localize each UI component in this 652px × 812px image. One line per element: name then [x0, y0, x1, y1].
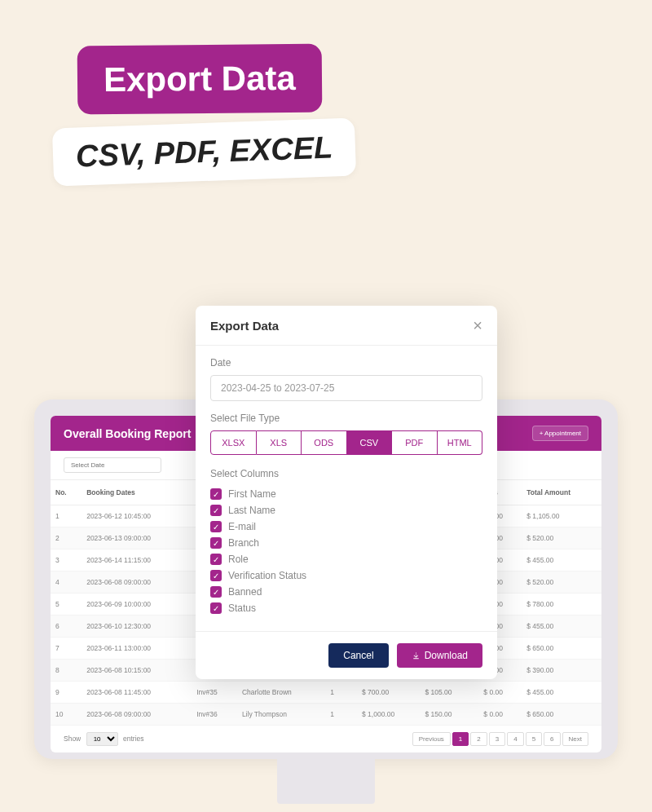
table-cell: 2023-06-10 12:30:00 [82, 616, 192, 638]
table-cell: $ 1,000.00 [357, 704, 420, 726]
hero-title-banner: Export Data [77, 44, 322, 115]
table-cell: 7 [51, 638, 82, 660]
filetype-label: Select File Type [210, 413, 482, 424]
checkbox-checked-icon[interactable]: ✓ [210, 488, 222, 500]
columns-label: Select Columns [210, 468, 482, 479]
prev-button[interactable]: Previous [412, 732, 451, 746]
add-appointment-button[interactable]: + Appointment [532, 426, 588, 441]
modal-header: Export Data × [196, 306, 497, 346]
table-header[interactable]: Total Amount [522, 480, 601, 505]
column-item[interactable]: ✓Verification Status [210, 567, 482, 584]
column-label: Role [228, 554, 249, 565]
columns-list: ✓First Name✓Last Name✓E-mail✓Branch✓Role… [210, 486, 482, 616]
table-cell: 2023-06-14 11:15:00 [82, 549, 192, 571]
table-cell: 1 [325, 704, 357, 726]
table-cell: $ 105.00 [420, 682, 478, 704]
column-label: Branch [228, 537, 259, 549]
modal-title: Export Data [210, 319, 279, 333]
checkbox-checked-icon[interactable]: ✓ [210, 505, 222, 516]
checkbox-checked-icon[interactable]: ✓ [210, 537, 222, 549]
filetype-group: XLSXXLSODSCSVPDFHTML [210, 430, 482, 455]
table-cell: 1 [51, 505, 82, 527]
column-label: Verification Status [228, 570, 306, 581]
date-range-input[interactable] [210, 375, 482, 401]
table-cell: 5 [51, 594, 82, 616]
table-cell: Inv#36 [192, 704, 237, 726]
column-item[interactable]: ✓Banned [210, 584, 482, 600]
page-button[interactable]: 1 [452, 732, 469, 746]
filetype-xlsx[interactable]: XLSX [210, 430, 257, 455]
table-cell: 2 [51, 527, 82, 549]
table-cell: $ 455.00 [522, 682, 601, 704]
download-icon [412, 651, 421, 660]
table-cell: $ 520.00 [522, 571, 601, 594]
next-button[interactable]: Next [562, 732, 588, 746]
table-cell: $ 390.00 [522, 660, 601, 682]
column-label: Status [228, 602, 256, 614]
table-cell: 8 [51, 660, 82, 682]
download-button[interactable]: Download [397, 643, 482, 668]
table-cell: 2023-06-08 11:45:00 [82, 682, 192, 704]
select-date-input[interactable] [64, 457, 161, 473]
table-cell: $ 700.00 [357, 682, 420, 704]
column-item[interactable]: ✓E-mail [210, 519, 482, 535]
table-cell: Inv#35 [192, 682, 237, 704]
checkbox-checked-icon[interactable]: ✓ [210, 521, 222, 532]
modal-body: Date Select File Type XLSXXLSODSCSVPDFHT… [196, 346, 497, 631]
table-cell: 2023-06-08 10:15:00 [82, 660, 192, 682]
checkbox-checked-icon[interactable]: ✓ [210, 570, 222, 581]
table-cell: $ 150.00 [420, 704, 478, 726]
table-cell: $ 650.00 [522, 638, 601, 660]
table-cell: 2023-06-08 09:00:00 [82, 571, 192, 594]
checkbox-checked-icon[interactable]: ✓ [210, 554, 222, 565]
table-cell: 2023-06-12 10:45:00 [82, 505, 192, 527]
page-button[interactable]: 5 [526, 732, 542, 746]
hero-subtitle-banner: CSV, PDF, EXCEL [52, 118, 357, 187]
table-cell: 4 [51, 571, 82, 594]
filetype-xls[interactable]: XLS [257, 430, 302, 455]
table-cell: 6 [51, 616, 82, 638]
filetype-csv[interactable]: CSV [347, 430, 393, 455]
filetype-ods[interactable]: ODS [302, 430, 347, 455]
table-cell: 2023-06-13 09:00:00 [82, 527, 192, 549]
table-cell: 9 [51, 682, 82, 704]
table-cell: 1 [325, 682, 357, 704]
cancel-button[interactable]: Cancel [328, 643, 388, 668]
pagination: Previous123456Next [412, 732, 588, 746]
table-cell: $ 780.00 [522, 594, 601, 616]
table-cell: 2023-06-09 10:00:00 [82, 594, 192, 616]
checkbox-checked-icon[interactable]: ✓ [210, 586, 222, 598]
table-header[interactable]: No. [51, 480, 82, 505]
table-cell: $ 455.00 [522, 616, 601, 638]
page-button[interactable]: 4 [507, 732, 523, 746]
filetype-pdf[interactable]: PDF [392, 430, 438, 455]
table-cell: 2023-06-08 09:00:00 [82, 704, 192, 726]
monitor-stand [277, 755, 375, 804]
page-button[interactable]: 3 [489, 732, 505, 746]
table-header[interactable]: Booking Dates [82, 480, 192, 505]
table-cell: $ 0.00 [478, 704, 522, 726]
close-icon[interactable]: × [473, 317, 482, 333]
page-button[interactable]: 2 [470, 732, 487, 746]
table-cell: Lily Thompson [237, 704, 325, 726]
table-cell: 10 [51, 704, 82, 726]
entries-control: Show 10 entries [64, 732, 144, 746]
column-item[interactable]: ✓Last Name [210, 502, 482, 519]
table-cell: $ 1,105.00 [522, 505, 601, 527]
page-button[interactable]: 6 [544, 732, 560, 746]
table-cell: $ 650.00 [522, 704, 601, 726]
table-cell: 3 [51, 549, 82, 571]
column-item[interactable]: ✓First Name [210, 486, 482, 502]
checkbox-checked-icon[interactable]: ✓ [210, 602, 222, 614]
table-cell: 2023-06-11 13:00:00 [82, 638, 192, 660]
column-item[interactable]: ✓Branch [210, 535, 482, 551]
column-label: Banned [228, 586, 262, 598]
filetype-html[interactable]: HTML [438, 430, 483, 455]
table-row: 102023-06-08 09:00:00Inv#36Lily Thompson… [51, 704, 601, 726]
table-cell: $ 0.00 [478, 682, 522, 704]
entries-select[interactable]: 10 [86, 732, 118, 746]
column-label: First Name [228, 488, 276, 500]
column-item[interactable]: ✓Status [210, 600, 482, 616]
table-footer: Show 10 entries Previous123456Next [51, 726, 601, 752]
column-item[interactable]: ✓Role [210, 551, 482, 567]
